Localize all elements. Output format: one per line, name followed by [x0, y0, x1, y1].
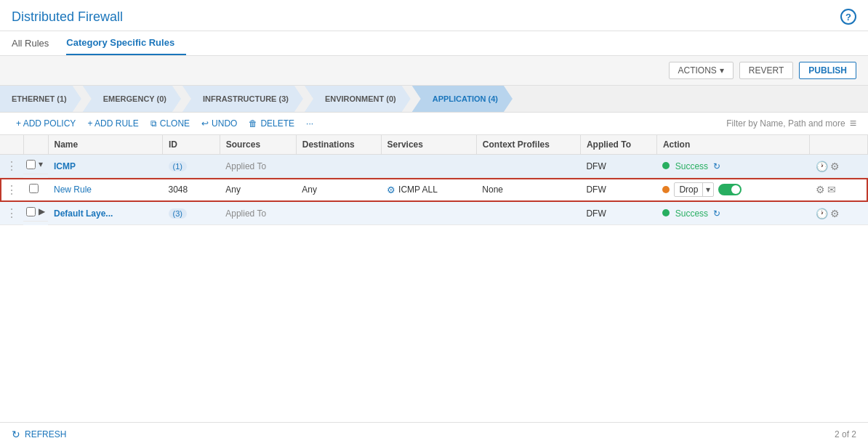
rule-toggle[interactable]	[718, 184, 742, 195]
rule-action: Drop ▾	[656, 178, 809, 202]
drag-handle[interactable]: ⋮	[0, 155, 23, 178]
top-toolbar: ACTIONS ▾ REVERT PUBLISH	[0, 56, 868, 86]
undo-label: UNDO	[212, 118, 237, 129]
mail-button[interactable]: ✉	[827, 184, 836, 195]
table-row: ⋮ ▾ ICMP (1) Applied To DFW Success ↻	[0, 155, 868, 178]
gear-button[interactable]: ⚙	[830, 161, 840, 172]
more-button[interactable]: ···	[302, 117, 318, 130]
group-badge: (1)	[163, 155, 220, 178]
app-title: Distributed Firewall	[12, 9, 123, 25]
expand-toggle[interactable]: ▾	[23, 155, 48, 174]
group2-name: Default Laye...	[48, 202, 163, 225]
refresh-button[interactable]: ↻ REFRESH	[12, 429, 66, 440]
delete-label: DELETE	[260, 118, 294, 129]
group2-status: Success ↻	[656, 202, 809, 225]
actions-arrow: ▾	[720, 65, 724, 76]
status-label: Success	[675, 161, 708, 171]
tab-category-specific[interactable]: Category Specific Rules	[66, 31, 186, 55]
table-row: ⋮ New Rule 3048 Any Any ⚙ ICMP ALL None	[0, 178, 868, 202]
action-value: Drop	[675, 183, 702, 196]
delete-button[interactable]: 🗑 DELETE	[244, 117, 299, 130]
col-context-header: Context Profiles	[476, 135, 580, 155]
clone-label: CLONE	[160, 118, 190, 129]
add-policy-label: + ADD POLICY	[16, 118, 76, 129]
gear-button[interactable]: ⚙	[816, 184, 825, 195]
tab-all-rules[interactable]: All Rules	[12, 32, 60, 54]
rule-action-icons: ⚙ ✉	[810, 178, 868, 202]
actions-button[interactable]: ACTIONS ▾	[669, 62, 734, 79]
undo-button[interactable]: ↩ UNDO	[197, 117, 241, 130]
col-services-header: Services	[381, 135, 476, 155]
history-button[interactable]: 🕐	[816, 161, 828, 172]
pipeline-environment[interactable]: ENVIRONMENT (0)	[305, 86, 411, 112]
col-drag	[0, 135, 23, 155]
pipeline-infrastructure[interactable]: INFRASTRUCTURE (3)	[182, 86, 303, 112]
drag-handle[interactable]: ⋮	[0, 178, 23, 202]
rule-sources: Any	[220, 178, 296, 202]
page-count: 2 of 2	[835, 429, 856, 439]
status-dot-green	[662, 209, 670, 216]
pipeline-emergency[interactable]: EMERGENCY (0)	[83, 86, 181, 112]
refresh-icon: ↻	[12, 429, 20, 440]
actions-label: ACTIONS	[678, 65, 717, 76]
row-checkbox[interactable]	[26, 207, 36, 216]
row-checkbox[interactable]	[29, 184, 39, 193]
group2-action-icons: 🕐 ⚙	[810, 202, 868, 225]
group-applied-val: DFW	[580, 155, 656, 178]
group-status: Success ↻	[656, 155, 809, 178]
service-icmp: ⚙ ICMP ALL	[387, 185, 470, 195]
drag-handle[interactable]: ⋮	[0, 202, 23, 225]
pipeline-application[interactable]: APPLICATION (4)	[412, 86, 513, 112]
status-label: Success	[675, 208, 708, 219]
revert-button[interactable]: REVERT	[739, 62, 793, 79]
col-check	[23, 135, 48, 155]
col-destinations-header: Destinations	[296, 135, 381, 155]
history-button[interactable]: 🕐	[816, 208, 828, 219]
pipeline-ethernet[interactable]: ETHERNET (1)	[0, 86, 81, 112]
rule-applied: DFW	[580, 178, 656, 202]
footer: ↻ REFRESH 2 of 2	[0, 422, 868, 446]
col-applied-header: Applied To	[580, 135, 656, 155]
service-label: ICMP ALL	[398, 185, 438, 195]
chevron-right-icon[interactable]: ▶	[39, 206, 45, 216]
row-checkbox[interactable]	[26, 160, 36, 169]
service-gear-icon: ⚙	[387, 185, 395, 195]
col-sources-header: Sources	[220, 135, 296, 155]
clone-button[interactable]: ⧉ CLONE	[146, 117, 194, 130]
category-pipeline: ETHERNET (1) EMERGENCY (0) INFRASTRUCTUR…	[0, 86, 868, 113]
rule-services: ⚙ ICMP ALL	[381, 178, 476, 202]
rule-destinations: Any	[296, 178, 381, 202]
trash-icon: 🗑	[249, 118, 257, 129]
filter-text: Filter by Name, Path and more	[726, 118, 845, 129]
rule-name: New Rule	[48, 178, 163, 202]
refresh-inline-icon[interactable]: ↻	[713, 161, 720, 171]
add-policy-button[interactable]: + ADD POLICY	[12, 117, 80, 130]
rule-check-cell	[23, 178, 48, 202]
rule-id: 3048	[163, 178, 220, 202]
filter-icon[interactable]: ≡	[850, 117, 856, 130]
action-bar: + ADD POLICY + ADD RULE ⧉ CLONE ↩ UNDO 🗑…	[0, 113, 868, 135]
rule-context: None	[476, 178, 580, 202]
refresh-inline-icon[interactable]: ↻	[713, 208, 720, 219]
chevron-down-icon[interactable]: ▾	[39, 159, 43, 169]
rules-table: Name ID Sources Destinations Services Co…	[0, 135, 868, 420]
add-rule-button[interactable]: + ADD RULE	[83, 117, 142, 130]
status-dot-green	[662, 162, 670, 169]
gear-button[interactable]: ⚙	[830, 208, 840, 219]
clone-icon: ⧉	[150, 118, 157, 129]
group2-badge: (3)	[163, 202, 220, 225]
action-dropdown[interactable]: Drop ▾	[674, 182, 714, 197]
table-row: ⋮ ▶ Default Laye... (3) Applied To DFW S…	[0, 202, 868, 225]
chevron-down-icon[interactable]: ▾	[702, 183, 713, 196]
group2-applied-label: Applied To	[220, 202, 580, 225]
col-action-header: Action	[656, 135, 809, 155]
group-action-icons: 🕐 ⚙	[810, 155, 868, 178]
col-icons-header	[810, 135, 868, 155]
help-icon[interactable]: ?	[840, 9, 856, 25]
app-header: Distributed Firewall ?	[0, 0, 868, 31]
group-name: ICMP	[48, 155, 163, 178]
publish-button[interactable]: PUBLISH	[799, 62, 856, 79]
undo-icon: ↩	[201, 118, 209, 129]
expand-toggle2[interactable]: ▶	[23, 202, 48, 222]
refresh-label: REFRESH	[25, 429, 66, 439]
